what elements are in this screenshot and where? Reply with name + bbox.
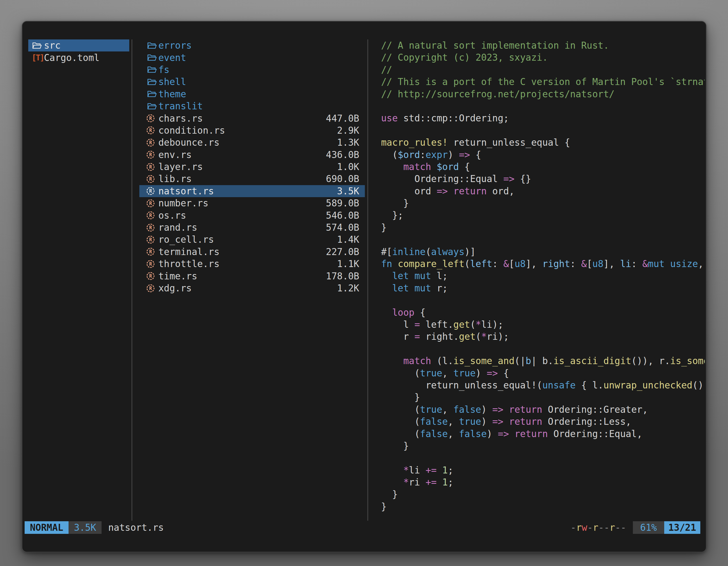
open-folder-icon bbox=[147, 89, 157, 99]
preview-percent-badge: 61% bbox=[633, 521, 664, 534]
open-folder-icon bbox=[32, 41, 42, 51]
code-line: (true, true) => { bbox=[381, 367, 705, 379]
file-row-lib.rs[interactable]: Rlib.rs690.0B bbox=[139, 173, 365, 185]
file-row-natsort.rs[interactable]: Rnatsort.rs3.5K bbox=[139, 185, 365, 197]
file-row-chars.rs[interactable]: Rchars.rs447.0B bbox=[139, 112, 365, 124]
file-size-label: 690.0B bbox=[326, 173, 359, 184]
folder-row-event[interactable]: event bbox=[139, 51, 365, 64]
rust-icon: R bbox=[147, 248, 154, 256]
rust-icon: R bbox=[147, 200, 154, 207]
code-line: } bbox=[381, 391, 705, 403]
file-name-label: chars.rs bbox=[158, 113, 203, 124]
status-file-name: natsort.rs bbox=[108, 521, 164, 534]
code-line bbox=[381, 125, 705, 137]
file-row-layer.rs[interactable]: Rlayer.rs1.0K bbox=[139, 161, 365, 173]
file-size-label: 178.0B bbox=[326, 271, 359, 282]
file-row-env.rs[interactable]: Renv.rs436.0B bbox=[139, 149, 365, 161]
file-size-label: 589.0B bbox=[326, 198, 359, 209]
code-line: (true, false) => return Ordering::Greate… bbox=[381, 403, 705, 415]
code-line: // This is a port of the C version of Ma… bbox=[381, 76, 705, 88]
folder-row-errors[interactable]: errors bbox=[139, 39, 365, 51]
file-name-label: translit bbox=[158, 101, 203, 112]
folder-row-fs[interactable]: fs bbox=[139, 64, 365, 76]
file-name-label: Cargo.toml bbox=[44, 52, 100, 63]
code-line: ord => return ord, bbox=[381, 185, 705, 197]
pane-divider bbox=[367, 39, 368, 521]
code-line: } bbox=[381, 197, 705, 209]
rust-icon: R bbox=[147, 187, 154, 195]
file-name-label: fs bbox=[158, 64, 170, 75]
file-preview-pane[interactable]: // A natural sort implementation in Rust… bbox=[381, 39, 705, 515]
code-line: l = left.get(*li); bbox=[381, 318, 705, 330]
open-folder-icon bbox=[147, 101, 157, 111]
file-row-throttle.rs[interactable]: Rthrottle.rs1.1K bbox=[139, 258, 365, 270]
code-line: let mut r; bbox=[381, 282, 705, 294]
rust-icon: R bbox=[147, 139, 154, 147]
code-line: ($ord:expr) => { bbox=[381, 149, 705, 161]
file-size-label: 1.4K bbox=[337, 234, 359, 245]
code-line bbox=[381, 234, 705, 246]
rust-icon: R bbox=[147, 224, 154, 232]
file-name-label: terminal.rs bbox=[158, 247, 220, 257]
file-size-label: 546.0B bbox=[326, 210, 359, 221]
code-line: r = right.get(*ri); bbox=[381, 330, 705, 342]
open-folder-icon bbox=[147, 53, 157, 63]
file-name-label: env.rs bbox=[158, 149, 192, 160]
file-row-Cargo.toml[interactable]: [T]Cargo.toml bbox=[28, 51, 129, 64]
folder-row-src[interactable]: src bbox=[28, 39, 129, 51]
rust-icon: R bbox=[147, 236, 154, 244]
folder-row-shell[interactable]: shell bbox=[139, 76, 365, 88]
code-line: #[inline(always)] bbox=[381, 246, 705, 258]
file-row-ro_cell.rs[interactable]: Rro_cell.rs1.4K bbox=[139, 234, 365, 246]
rust-icon: R bbox=[147, 126, 154, 134]
file-row-debounce.rs[interactable]: Rdebounce.rs1.3K bbox=[139, 137, 365, 149]
yazi-window: src[T]Cargo.toml errorseventfsshelltheme… bbox=[22, 21, 706, 552]
file-size-label: 3.5K bbox=[337, 186, 359, 197]
code-line: } bbox=[381, 488, 705, 500]
mode-badge: NORMAL bbox=[25, 521, 69, 534]
file-row-number.rs[interactable]: Rnumber.rs589.0B bbox=[139, 197, 365, 209]
rust-icon: R bbox=[147, 212, 154, 219]
file-row-condition.rs[interactable]: Rcondition.rs2.9K bbox=[139, 125, 365, 137]
code-line: use std::cmp::Ordering; bbox=[381, 112, 705, 124]
status-spacer bbox=[164, 521, 570, 534]
code-line: }; bbox=[381, 209, 705, 221]
file-name-label: shell bbox=[158, 76, 186, 87]
file-row-xdg.rs[interactable]: Rxdg.rs1.2K bbox=[139, 282, 365, 294]
file-row-time.rs[interactable]: Rtime.rs178.0B bbox=[139, 270, 365, 282]
rust-icon: R bbox=[147, 284, 154, 292]
file-size-label: 227.0B bbox=[326, 247, 359, 257]
code-line: // Copyright (c) 2023, sxyazi. bbox=[381, 51, 705, 64]
folder-row-theme[interactable]: theme bbox=[139, 88, 365, 100]
code-line: let mut l; bbox=[381, 270, 705, 282]
folder-row-translit[interactable]: translit bbox=[139, 100, 365, 112]
file-name-label: xdg.rs bbox=[158, 283, 192, 293]
status-bar: NORMAL 3.5K natsort.rs -rw-r--r-- 61% 13… bbox=[25, 521, 700, 534]
code-line: } bbox=[381, 501, 705, 513]
rust-icon: R bbox=[147, 114, 154, 122]
file-size-label: 1.2K bbox=[337, 283, 359, 293]
rust-icon: R bbox=[147, 151, 154, 159]
file-name-label: rand.rs bbox=[158, 222, 197, 233]
file-size-label: 1.0K bbox=[337, 161, 359, 172]
file-name-label: number.rs bbox=[158, 198, 208, 209]
file-row-os.rs[interactable]: Ros.rs546.0B bbox=[139, 209, 365, 221]
file-size-label: 1.3K bbox=[337, 137, 359, 148]
code-line bbox=[381, 452, 705, 464]
code-line: fn compare_left(left: &[u8], right: &[u8… bbox=[381, 258, 705, 270]
file-size-label: 436.0B bbox=[326, 149, 359, 160]
code-line bbox=[381, 100, 705, 112]
file-size-label: 447.0B bbox=[326, 113, 359, 124]
rust-icon: R bbox=[147, 163, 154, 171]
file-row-rand.rs[interactable]: Rrand.rs574.0B bbox=[139, 222, 365, 234]
file-size-label: 1.1K bbox=[337, 259, 359, 269]
file-name-label: natsort.rs bbox=[158, 186, 214, 197]
code-line: Ordering::Equal => {} bbox=[381, 173, 705, 185]
current-directory-pane: errorseventfsshellthemetranslitRchars.rs… bbox=[139, 39, 365, 294]
file-name-label: throttle.rs bbox=[158, 259, 220, 269]
open-folder-icon bbox=[147, 77, 157, 87]
file-row-terminal.rs[interactable]: Rterminal.rs227.0B bbox=[139, 246, 365, 258]
file-name-label: debounce.rs bbox=[158, 137, 220, 148]
code-line bbox=[381, 294, 705, 306]
file-name-label: src bbox=[44, 40, 61, 51]
